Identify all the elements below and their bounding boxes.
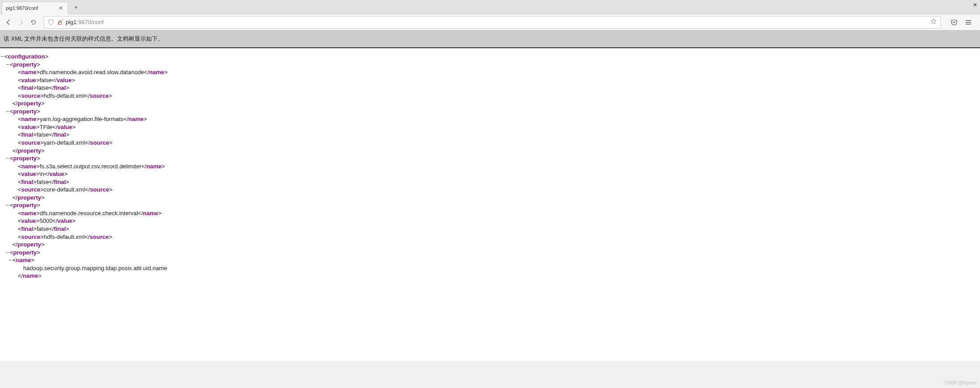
hamburger-menu-icon[interactable] bbox=[964, 18, 973, 27]
pocket-icon[interactable] bbox=[950, 18, 959, 27]
xml-property-close: </property> bbox=[3, 241, 977, 249]
xml-name-line: <name>dfs.namenode.resource.check.interv… bbox=[3, 209, 977, 217]
xml-property-close: </property> bbox=[3, 147, 977, 155]
reload-button[interactable] bbox=[29, 17, 38, 27]
xml-root-open[interactable]: −<configuration> bbox=[3, 53, 977, 61]
url-text: pig1:9870/conf bbox=[66, 19, 104, 25]
collapse-handle-icon[interactable]: − bbox=[5, 108, 10, 116]
xml-property-close: </property> bbox=[3, 100, 977, 108]
collapse-handle-icon[interactable]: − bbox=[0, 53, 4, 61]
xml-value-line: <value>TFile</value> bbox=[3, 123, 977, 131]
close-tab-icon[interactable]: ✕ bbox=[58, 5, 64, 11]
forward-button[interactable] bbox=[16, 17, 26, 27]
shield-icon[interactable] bbox=[48, 19, 54, 25]
bookmark-star-icon[interactable] bbox=[930, 18, 937, 26]
tab-bar: pig1:9870/conf ✕ + ✕ bbox=[0, 0, 980, 14]
xml-name-text: hadoop.security.group.mapping.ldap.posix… bbox=[3, 264, 977, 272]
back-button[interactable] bbox=[4, 17, 13, 27]
collapse-handle-icon[interactable]: − bbox=[5, 201, 10, 209]
toolbar-right bbox=[946, 18, 976, 27]
xml-name-line: <name>dfs.namenode.avoid.read.slow.datan… bbox=[3, 68, 977, 76]
xml-property-close: </property> bbox=[3, 194, 977, 202]
lock-slash-icon[interactable] bbox=[57, 19, 63, 25]
arrow-right-icon bbox=[18, 19, 24, 25]
xml-source-line: <source>core-default.xml</source> bbox=[3, 186, 977, 194]
arrow-left-icon bbox=[5, 19, 12, 25]
collapse-handle-icon[interactable]: − bbox=[8, 256, 13, 264]
xml-property-open[interactable]: −<property> bbox=[3, 201, 977, 209]
xml-name-line: <name>fs.s3a.select.output.csv.record.de… bbox=[3, 163, 977, 171]
address-bar[interactable]: pig1:9870/conf bbox=[44, 16, 941, 29]
browser-tab[interactable]: pig1:9870/conf ✕ bbox=[2, 2, 68, 14]
xml-source-line: <source>hdfs-default.xml</source> bbox=[3, 92, 977, 100]
xml-source-line: <source>yarn-default.xml</source> bbox=[3, 139, 977, 147]
collapse-handle-icon[interactable]: − bbox=[5, 249, 10, 257]
xml-final-line: <final>false</final> bbox=[3, 131, 977, 139]
xml-value-line: <value>5000</value> bbox=[3, 217, 977, 225]
xml-value-line: <value>\n</value> bbox=[3, 170, 977, 178]
xml-source-line: <source>hdfs-default.xml</source> bbox=[3, 233, 977, 241]
collapse-handle-icon[interactable]: − bbox=[5, 61, 10, 69]
xml-property-open[interactable]: −<property> bbox=[3, 249, 977, 257]
tab-title: pig1:9870/conf bbox=[6, 5, 58, 11]
xml-value-line: <value>false</value> bbox=[3, 76, 977, 84]
xml-tree: −<configuration> −<property><name>dfs.na… bbox=[0, 48, 980, 361]
xml-final-line: <final>false</final> bbox=[3, 84, 977, 92]
xml-final-line: <final>false</final> bbox=[3, 178, 977, 186]
xml-info-banner: 该 XML 文件并未包含任何关联的样式信息。文档树显示如下。 bbox=[0, 30, 980, 48]
reload-icon bbox=[30, 19, 37, 25]
xml-property-open[interactable]: −<property> bbox=[3, 154, 977, 163]
window-close-icon[interactable]: ✕ bbox=[973, 2, 977, 8]
toolbar: pig1:9870/conf bbox=[0, 14, 980, 30]
new-tab-button[interactable]: + bbox=[71, 4, 80, 11]
xml-name-line: <name>yarn.log-aggregation.file-formats<… bbox=[3, 115, 977, 123]
xml-property-open[interactable]: −<property> bbox=[3, 61, 977, 69]
xml-name-close: </name> bbox=[3, 272, 977, 280]
xml-name-open[interactable]: −<name> bbox=[3, 256, 977, 264]
collapse-handle-icon[interactable]: − bbox=[5, 154, 10, 163]
xml-property-open[interactable]: −<property> bbox=[3, 108, 977, 116]
xml-final-line: <final>false</final> bbox=[3, 225, 977, 233]
